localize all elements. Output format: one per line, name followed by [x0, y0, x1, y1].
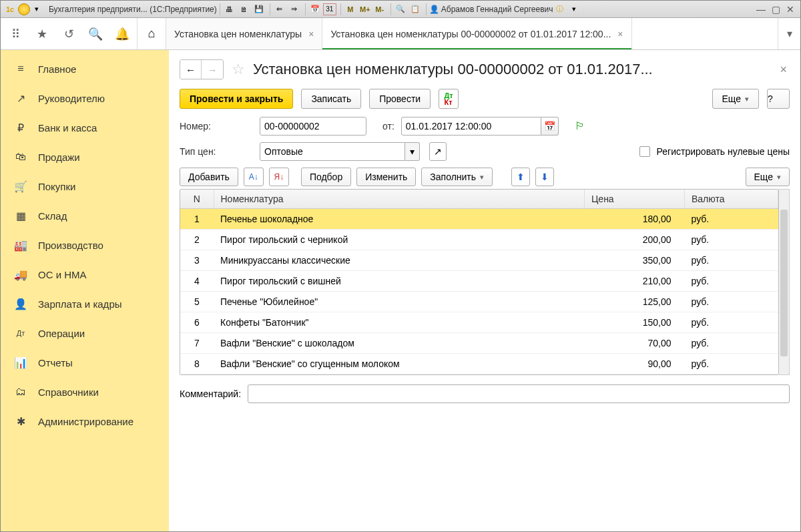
sidebar-item-label: Продажи	[38, 152, 80, 163]
sidebar-item-production[interactable]: 🏭Производство	[1, 230, 169, 260]
select-button[interactable]: Подбор	[301, 168, 351, 186]
sidebar-item-warehouse[interactable]: ▦Склад	[1, 201, 169, 230]
register-zero-checkbox[interactable]	[639, 146, 650, 157]
cell-n: 8	[180, 354, 214, 374]
preview-icon[interactable]: 🗎	[238, 3, 251, 15]
sidebar-item-reports[interactable]: 📊Отчеты	[1, 348, 169, 377]
sidebar-item-operations[interactable]: ДтОперации	[1, 318, 169, 348]
cell-price: 350,00	[585, 250, 685, 271]
sidebar-item-manager[interactable]: ↗Руководителю	[1, 83, 169, 113]
person-icon: 👤	[13, 298, 29, 310]
post-and-close-button[interactable]: Провести и закрыть	[180, 89, 293, 109]
apps-grid-icon[interactable]: ⠿	[6, 25, 25, 43]
calendar-picker-icon[interactable]: 📅	[541, 117, 559, 136]
search-icon[interactable]: 🔍	[86, 25, 105, 43]
form-row-type: Тип цен: ▾ ↗ Регистрировать нулевые цены	[180, 142, 790, 161]
grid-scrollbar[interactable]	[779, 189, 790, 375]
table-row[interactable]: 3Миникруассаны классические350,00руб.	[180, 250, 778, 271]
table-row[interactable]: 6Конфеты "Батончик"150,00руб.	[180, 312, 778, 333]
table-row[interactable]: 5Печенье "Юбилейное"125,00руб.	[180, 292, 778, 312]
user-block[interactable]: 👤 Абрамов Геннадий Сергеевич	[429, 5, 553, 14]
add-row-button[interactable]: Добавить	[180, 168, 238, 186]
sidebar-item-admin[interactable]: ✱Администрирование	[1, 407, 169, 436]
clipboard-icon[interactable]: 📋	[409, 3, 422, 15]
calc-m-minus[interactable]: M-	[373, 3, 386, 15]
col-header-price[interactable]: Цена	[585, 190, 685, 209]
tab-price-doc[interactable]: Установка цен номенклатуры 00-00000002 о…	[322, 18, 631, 49]
col-header-nomenclature[interactable]: Номенклатура	[214, 190, 585, 209]
doc-header: ← → ☆ Установка цен номенклатуры 00-0000…	[180, 59, 790, 79]
home-button[interactable]: ⌂	[137, 18, 166, 49]
help-button[interactable]: ?	[767, 89, 790, 109]
table-row[interactable]: 4Пирог тирольский с вишней210,00руб.	[180, 271, 778, 292]
nav-forward-button[interactable]: →	[202, 60, 223, 79]
history-icon[interactable]: ↺	[59, 25, 78, 43]
info-icon[interactable]: ⓘ	[553, 3, 566, 15]
tab-close-icon[interactable]: ×	[308, 29, 314, 39]
table-row[interactable]: 2Пирог тирольский с черникой200,00руб.	[180, 230, 778, 250]
price-type-input[interactable]	[260, 142, 405, 161]
cell-price: 210,00	[585, 271, 685, 292]
cell-n: 5	[180, 292, 214, 312]
table-row[interactable]: 8Вафли "Венские" со сгущенным молоком90,…	[180, 354, 778, 374]
comment-input[interactable]	[248, 384, 790, 403]
sidebar-item-sales[interactable]: 🛍Продажи	[1, 142, 169, 172]
save-icon[interactable]: 💾	[252, 3, 266, 15]
fill-button[interactable]: Заполнить	[421, 168, 493, 186]
link-back-icon[interactable]: ⇐	[273, 3, 286, 15]
move-up-button[interactable]: ⬆	[511, 168, 530, 186]
dtkt-button[interactable]: ДтКт	[439, 89, 459, 109]
calendar-31-icon[interactable]: 31	[323, 3, 336, 15]
col-header-currency[interactable]: Валюта	[685, 190, 778, 209]
sort-asc-button[interactable]: А↓	[244, 168, 264, 186]
doc-close-icon[interactable]: ×	[777, 63, 790, 77]
sidebar-item-main[interactable]: ≡Главное	[1, 54, 169, 83]
cell-nomenclature: Вафли "Венские" со сгущенным молоком	[214, 354, 585, 374]
tab-close-icon[interactable]: ×	[617, 29, 623, 39]
system-menu-icon[interactable]	[18, 3, 30, 15]
nav-back-button[interactable]: ←	[180, 60, 202, 79]
table-row[interactable]: 1Печенье шоколадное180,00руб.	[180, 209, 778, 230]
number-input[interactable]	[260, 117, 366, 136]
date-input[interactable]	[401, 117, 541, 136]
tab-price-list[interactable]: Установка цен номенклатуры ×	[166, 18, 322, 49]
scrollbar-thumb[interactable]	[780, 210, 788, 356]
cell-price: 125,00	[585, 292, 685, 312]
dropdown-icon[interactable]: ▾	[30, 3, 43, 15]
calc-m[interactable]: M	[344, 3, 357, 15]
calc-m-plus[interactable]: M+	[358, 3, 372, 15]
tabs-menu-button[interactable]: ▾	[778, 18, 800, 49]
minimize-icon[interactable]: —	[754, 4, 768, 15]
cell-price: 200,00	[585, 230, 685, 250]
table-row[interactable]: 7Вафли "Венские" с шоколадом70,00руб.	[180, 333, 778, 354]
sidebar-item-assets[interactable]: 🚚ОС и НМА	[1, 260, 169, 289]
post-button[interactable]: Провести	[369, 89, 431, 109]
print-icon[interactable]: 🖶	[223, 3, 236, 15]
link-fwd-icon[interactable]: ⇒	[288, 3, 301, 15]
gear-icon: ✱	[13, 415, 29, 428]
zoom-icon[interactable]: 🔍	[394, 3, 407, 15]
cell-currency: руб.	[685, 230, 778, 250]
price-type-open-button[interactable]: ↗	[429, 142, 447, 161]
cell-nomenclature: Пирог тирольский с вишней	[214, 271, 585, 292]
sidebar-item-catalogs[interactable]: 🗂Справочники	[1, 377, 169, 407]
sidebar-item-bank[interactable]: ₽Банк и касса	[1, 113, 169, 142]
save-button[interactable]: Записать	[301, 89, 361, 109]
grid: N Номенклатура Цена Валюта 1Печенье шоко…	[180, 189, 779, 375]
col-header-n[interactable]: N	[180, 190, 214, 209]
more-button[interactable]: Еще	[712, 89, 760, 109]
notifications-icon[interactable]: 🔔	[113, 25, 131, 43]
grid-more-button[interactable]: Еще	[746, 168, 790, 186]
edit-button[interactable]: Изменить	[356, 168, 416, 186]
close-window-icon[interactable]: ✕	[783, 4, 798, 15]
price-type-dropdown-icon[interactable]: ▾	[405, 142, 420, 161]
sort-desc-button[interactable]: Я↓	[269, 168, 289, 186]
favorite-star-icon[interactable]: ☆	[229, 61, 248, 78]
favorites-icon[interactable]: ★	[33, 25, 51, 43]
move-down-button[interactable]: ⬇	[535, 168, 554, 186]
calendar-icon[interactable]: 📅	[308, 3, 322, 15]
sidebar-item-purchases[interactable]: 🛒Покупки	[1, 172, 169, 201]
sidebar-item-hr[interactable]: 👤Зарплата и кадры	[1, 289, 169, 318]
maximize-icon[interactable]: ▢	[768, 4, 783, 15]
info-dropdown-icon[interactable]: ▾	[567, 3, 581, 15]
